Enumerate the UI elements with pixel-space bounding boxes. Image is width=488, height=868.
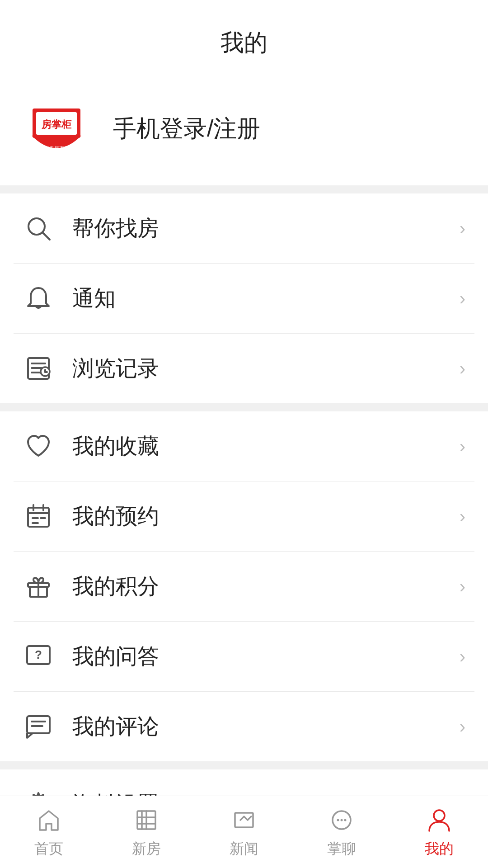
- chevron-right-icon: ›: [460, 717, 465, 736]
- nav-item-home[interactable]: 首页: [0, 796, 98, 868]
- login-button[interactable]: 手机登录/注册: [113, 113, 260, 145]
- points-label: 我的积分: [72, 572, 460, 601]
- mine-nav-label: 我的: [425, 839, 454, 859]
- menu-item-comment[interactable]: 我的评论 ›: [0, 692, 488, 761]
- svg-rect-27: [27, 716, 50, 733]
- chevron-right-icon: ›: [460, 359, 465, 377]
- page-title: 我的: [221, 29, 267, 56]
- find-house-label: 帮你找房: [72, 214, 460, 243]
- svg-point-41: [434, 810, 445, 821]
- qa-icon: ?: [23, 641, 54, 672]
- chevron-right-icon: ›: [460, 577, 465, 595]
- section-divider: [0, 761, 488, 769]
- chevron-right-icon: ›: [460, 289, 465, 307]
- menu-item-appointment[interactable]: 我的预约 ›: [0, 481, 488, 551]
- svg-point-39: [341, 819, 343, 821]
- menu-group-1: 帮你找房 › 通知 ›: [0, 193, 488, 403]
- heart-icon: [23, 430, 54, 462]
- bottom-navigation: 首页 新房 新闻: [0, 796, 488, 868]
- appointment-label: 我的预约: [72, 502, 460, 531]
- chevron-right-icon: ›: [460, 219, 465, 237]
- svg-rect-36: [235, 813, 253, 827]
- qa-label: 我的问答: [72, 642, 460, 671]
- app-logo: 房掌柜 NEWS 每天新不同: [23, 95, 90, 163]
- menu-item-history[interactable]: 浏览记录 ›: [0, 334, 488, 403]
- gift-icon: [23, 571, 54, 602]
- search-icon: [23, 212, 54, 244]
- page-header: 我的: [0, 0, 488, 77]
- svg-point-40: [344, 819, 347, 821]
- menu-group-2: 我的收藏 › 我的预约 ›: [0, 411, 488, 761]
- profile-section[interactable]: 房掌柜 NEWS 每天新不同 手机登录/注册: [0, 77, 488, 185]
- home-icon: [34, 806, 63, 835]
- nav-item-new-house[interactable]: 新房: [98, 796, 195, 868]
- menu-item-favorites[interactable]: 我的收藏 ›: [0, 411, 488, 481]
- comment-label: 我的评论: [72, 712, 460, 741]
- nav-item-mine[interactable]: 我的: [390, 796, 488, 868]
- home-nav-label: 首页: [34, 839, 63, 859]
- news-nav-label: 新闻: [230, 839, 258, 859]
- bell-icon: [23, 283, 54, 314]
- news-icon: [230, 806, 258, 835]
- chat-icon: [327, 806, 356, 835]
- svg-text:NEWS: NEWS: [49, 130, 64, 136]
- chevron-right-icon: ›: [460, 647, 465, 665]
- section-divider: [0, 185, 488, 193]
- chevron-right-icon: ›: [460, 507, 465, 525]
- section-divider: [0, 403, 488, 411]
- comment-icon: [23, 711, 54, 742]
- menu-item-find-house[interactable]: 帮你找房 ›: [0, 193, 488, 263]
- new-house-nav-label: 新房: [132, 839, 161, 859]
- calendar-icon: [23, 500, 54, 532]
- svg-text:?: ?: [35, 648, 42, 661]
- nav-item-chat[interactable]: 掌聊: [293, 796, 390, 868]
- chevron-right-icon: ›: [460, 437, 465, 455]
- svg-line-7: [42, 232, 50, 240]
- svg-text:每天新不同: 每天新不同: [44, 146, 69, 151]
- nav-item-news[interactable]: 新闻: [195, 796, 293, 868]
- history-icon: [23, 353, 54, 384]
- user-icon: [425, 806, 454, 835]
- notification-label: 通知: [72, 284, 460, 313]
- svg-text:房掌柜: 房掌柜: [41, 119, 72, 130]
- menu-item-qa[interactable]: ? 我的问答 ›: [0, 622, 488, 691]
- chat-nav-label: 掌聊: [327, 839, 356, 859]
- svg-point-38: [337, 819, 339, 821]
- menu-item-points[interactable]: 我的积分 ›: [0, 552, 488, 621]
- menu-item-notification[interactable]: 通知 ›: [0, 264, 488, 333]
- newhouse-icon: [132, 806, 161, 835]
- favorites-label: 我的收藏: [72, 432, 460, 461]
- history-label: 浏览记录: [72, 354, 460, 383]
